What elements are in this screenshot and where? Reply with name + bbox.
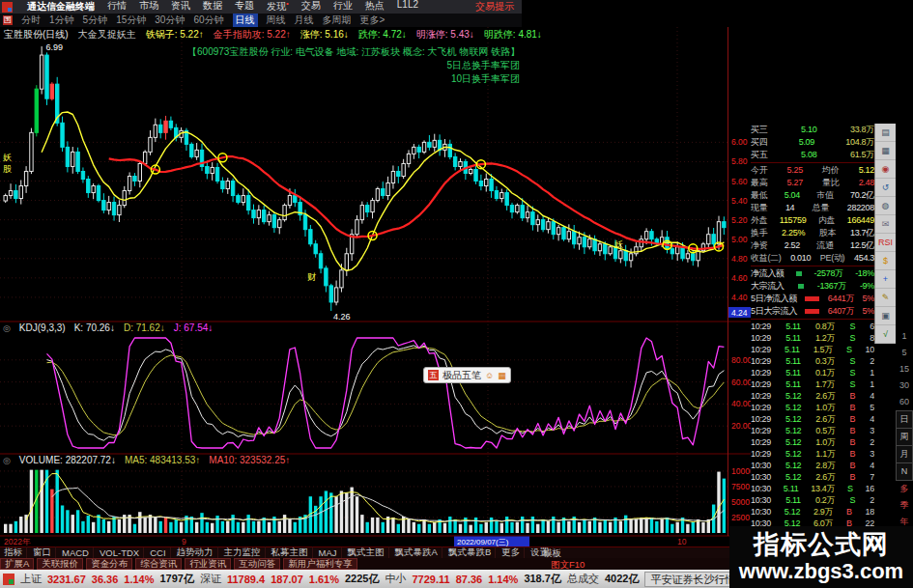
menu-item[interactable]: 市场 [139, 0, 158, 14]
clock-icon[interactable]: ◍ [875, 197, 896, 215]
info-row[interactable]: 外盘115759内盘166449 [751, 214, 874, 227]
tick-row[interactable]: 10:295.110.3万S2 [751, 355, 874, 367]
period-tab[interactable]: 多周期 [323, 14, 352, 27]
period-tab[interactable]: 分时 [21, 14, 41, 27]
menu-item[interactable]: 交易 [301, 0, 321, 14]
tick-row[interactable]: 10:305.110.2万S2 [751, 494, 874, 506]
money-icon[interactable]: $ [875, 252, 896, 270]
tick-row[interactable]: 10:305.122.8万B4 [751, 460, 874, 471]
money-flow-row[interactable]: 大宗流入-1367万-9% [751, 280, 874, 293]
tick-row[interactable]: 10:295.110.1万S1 [751, 367, 874, 378]
info-tab[interactable]: 综合资讯 [135, 558, 182, 570]
window-layout-icon[interactable]: ▤ [875, 124, 896, 142]
info-row[interactable]: 最低5.04市值70.2亿 [751, 189, 874, 202]
menu-item[interactable]: 资讯 [171, 0, 190, 14]
tick-row[interactable]: 10:305.122.9万B18 [751, 506, 874, 518]
tick-row[interactable]: 10:295.111.2万S8 [751, 332, 874, 344]
indicator-tab[interactable]: MACD [58, 547, 94, 558]
draw-icon[interactable]: ✎ [875, 289, 896, 307]
target-icon[interactable]: ◉ [875, 160, 896, 179]
indicator-tab[interactable]: MAJ [315, 547, 342, 558]
message-icon[interactable]: ✉ [875, 215, 896, 234]
chart-canvas[interactable]: 6.005.805.605.405.205.004.804.604.406.99… [0, 27, 751, 546]
emoji-icon[interactable]: ☺ [485, 371, 494, 380]
tick-row[interactable]: 10:295.110.8万S6 [751, 321, 874, 332]
f10-button[interactable]: 图文F10 [551, 559, 585, 572]
period-tab[interactable]: 15分钟 [116, 14, 146, 27]
money-flow-row[interactable]: 净流入额-2578万-18% [751, 267, 874, 280]
order-book-row[interactable]: 买四5.09104.8万 [751, 136, 874, 149]
period-tab[interactable]: 周线 [267, 14, 286, 27]
broker-quote-source[interactable]: 平安证券长沙行情 [644, 572, 741, 587]
indicator-tab[interactable]: VOL-TDX [96, 547, 144, 558]
info-tab[interactable]: 资金分布 [86, 558, 132, 570]
quick-period-5[interactable]: 5 [896, 345, 913, 361]
tick-row[interactable]: 10:295.111.5万S10 [751, 344, 874, 355]
menu-item[interactable]: 热点 [365, 0, 385, 14]
index-name[interactable]: 深证 [200, 572, 221, 586]
index-name[interactable]: 上证 [20, 572, 42, 586]
collapse-icon[interactable] [3, 456, 11, 465]
crosshair-icon[interactable]: + [875, 270, 896, 289]
info-tab[interactable]: 扩展A [0, 558, 34, 570]
quick-period-1[interactable]: 1 [896, 328, 913, 345]
info-tab[interactable]: 互动问答 [234, 558, 280, 570]
ime-toolbar[interactable]: 五 极品五笔 ☺ ▦ [423, 367, 511, 383]
tick-row[interactable]: 10:295.120.5万B3 [751, 425, 874, 436]
period-tab[interactable]: 60分钟 [193, 14, 223, 27]
order-book-row[interactable]: 买三5.1033.8万 [751, 124, 874, 136]
info-row[interactable]: 最高5.27量比2.48 [751, 177, 874, 189]
tick-row[interactable]: 10:295.121.1万B3 [751, 448, 874, 460]
menu-item[interactable]: L1L2 [397, 0, 418, 14]
info-tab[interactable]: 行业资讯 [185, 558, 231, 570]
menu-item[interactable]: 数据 [203, 0, 222, 14]
keyboard-icon[interactable]: ▦ [498, 371, 506, 380]
period-tab[interactable]: 5分钟 [83, 14, 108, 27]
money-flow-row[interactable]: 5日大宗流入6407万5% [751, 305, 874, 318]
info-row[interactable]: 换手2.25%股本13.7亿 [751, 227, 874, 239]
collapse-icon[interactable] [3, 323, 11, 333]
menu-item[interactable]: 专题 [235, 0, 254, 14]
tick-row[interactable]: 10:295.121.0万B2 [751, 436, 874, 448]
indicator-tab[interactable]: CCI [146, 547, 170, 558]
period-tab[interactable]: 更多> [360, 14, 385, 27]
quick-period-30[interactable]: 30 [896, 378, 913, 394]
tick-row[interactable]: 10:295.111.7万S1 [751, 378, 874, 390]
tick-row[interactable]: 10:295.122.6万B4 [751, 413, 874, 425]
market-view-icon[interactable]: 国 [3, 15, 13, 25]
info-tab[interactable]: 新用户福利专享 [283, 558, 357, 570]
period-tab[interactable]: 30分钟 [155, 14, 185, 27]
info-tab[interactable]: 关联报价 [37, 558, 83, 570]
period-tab[interactable]: 日线 [233, 14, 258, 27]
menu-item[interactable]: 行业 [333, 0, 353, 14]
info-row[interactable]: 现量14总量282208 [751, 202, 874, 214]
info-row[interactable]: 今开5.25均价5.12 [751, 164, 874, 177]
money-flow-row[interactable]: 5日净流入额6441万5% [751, 293, 874, 305]
period-tab[interactable]: 月线 [295, 14, 314, 27]
quick-cycle[interactable]: 月 [896, 445, 913, 462]
trade-alert-link[interactable]: 交易提示 [475, 0, 514, 14]
quick-cycle[interactable]: 日 [896, 410, 913, 428]
period-tab[interactable]: 1分钟 [49, 14, 74, 27]
tick-row[interactable]: 10:295.121.0万B5 [751, 402, 874, 413]
tick-row[interactable]: 10:305.122.6万B7 [751, 471, 874, 483]
market-status-icon[interactable] [3, 574, 14, 585]
quick-period-60[interactable]: 60 [896, 394, 913, 410]
info-row[interactable]: 净资2.52流通12.5亿 [751, 239, 874, 252]
quick-period-15[interactable]: 15 [896, 361, 913, 378]
index-name[interactable]: 中小 [385, 572, 406, 586]
order-book-row[interactable]: 买五5.0861.5万 [751, 149, 874, 161]
rsi-indicator-label[interactable]: RSI [875, 234, 896, 252]
tick-row[interactable]: 10:295.122.6万B4 [751, 390, 874, 402]
menu-item[interactable]: 发现• [267, 0, 289, 14]
check-icon[interactable]: √ [875, 325, 896, 344]
quick-cycle[interactable]: N [896, 462, 913, 481]
info-row[interactable]: 收益(二)0.010PE(动)454.3 [751, 252, 874, 265]
quick-cycle[interactable]: 周 [896, 428, 913, 445]
screenshot-icon[interactable]: ▣ [875, 307, 896, 325]
quote-list-icon[interactable]: ▦ [875, 142, 896, 160]
quick-cycle-extra[interactable]: 多 [896, 481, 913, 497]
quick-cycle-extra[interactable]: 季 [896, 497, 913, 514]
tick-row[interactable]: 10:305.1113.4万S16 [751, 483, 874, 494]
menu-item[interactable]: 行情 [107, 0, 127, 14]
